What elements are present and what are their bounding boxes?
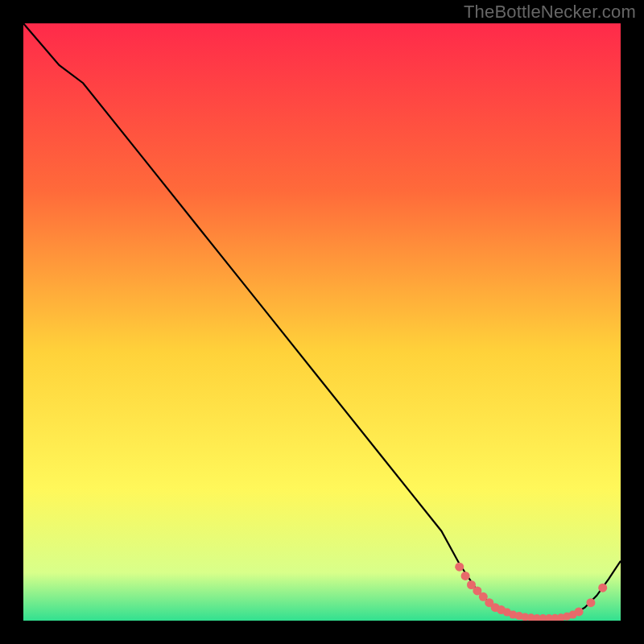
marker-point — [461, 572, 470, 580]
watermark-text: TheBottleNecker.com — [464, 2, 636, 23]
marker-point — [586, 598, 595, 607]
plot-area — [23, 23, 621, 621]
marker-point — [598, 584, 607, 592]
chart-svg — [23, 23, 621, 621]
chart-container: TheBottleNecker.com — [0, 0, 644, 644]
marker-point — [575, 607, 584, 616]
marker-point — [455, 563, 464, 572]
gradient-background — [23, 23, 621, 621]
